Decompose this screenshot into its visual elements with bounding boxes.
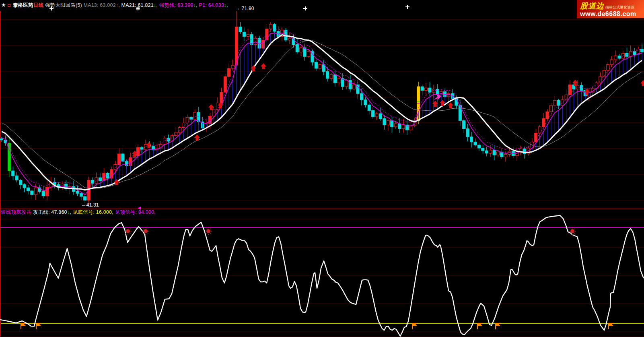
- banner-brand-row: 股道边指标公式量化资源: [580, 1, 642, 11]
- chart-canvas[interactable]: ←71.90←41.31: [0, 0, 644, 337]
- chart-header: ★◘泰格医药日线 强势大阳回马(5) MA13: 63.002↑, MA21: …: [0, 0, 228, 10]
- text-segment: 见顶信号: 84.000,: [115, 209, 156, 215]
- text-segment: P1: 64.033: [199, 2, 224, 8]
- text-segment: 攻击线: 47.860: [33, 209, 67, 215]
- text-segment: ,: [118, 2, 121, 8]
- oscillator-line: [0, 215, 644, 336]
- text-segment: 日线: [33, 2, 43, 8]
- text-segment: 泰格医药: [13, 2, 33, 8]
- text-segment: 强势大阳回马(5): [43, 2, 83, 8]
- oscillator-panel[interactable]: [0, 215, 644, 336]
- brand-logo-text: 股道边: [580, 2, 604, 10]
- text-segment: 短线顶底攻击: [1, 209, 33, 215]
- favorite-star-icon[interactable]: ★: [1, 2, 6, 8]
- app-logo-icon[interactable]: ◘: [8, 2, 10, 8]
- text-segment: 强势线: 63.399: [159, 2, 193, 8]
- svg-text:←71.90: ←71.90: [237, 6, 254, 11]
- trend-hatch-fill: [62, 33, 642, 188]
- text-segment: MA21: 61.821: [121, 2, 154, 8]
- candlestick-panel[interactable]: [0, 11, 644, 206]
- indicator-values-row: 泰格医药日线 强势大阳回马(5) MA13: 63.002↑, MA21: 61…: [13, 2, 228, 8]
- text-segment: MA13: 63.002: [84, 2, 116, 8]
- svg-text:←41.31: ←41.31: [81, 202, 99, 208]
- text-segment: ,: [70, 209, 72, 215]
- grid-lines: [0, 11, 644, 337]
- text-segment: ,: [156, 2, 159, 8]
- ad-banner[interactable]: 股道边指标公式量化资源 www.de6688.com: [577, 0, 644, 18]
- brand-tagline: 指标公式量化资源: [605, 5, 634, 9]
- text-segment: 见底信号: 16.000,: [73, 209, 115, 215]
- sub-indicator-header: 短线顶底攻击 攻击线: 47.860↓, 见底信号: 16.000, 见顶信号:…: [1, 209, 156, 216]
- bottom-signal-flag-icons: [21, 323, 614, 329]
- text-segment: ,: [226, 2, 228, 8]
- brand-url[interactable]: www.de6688.com: [580, 10, 642, 18]
- app-window: ←71.90←41.31 ★◘泰格医药日线 强势大阳回马(5) MA13: 63…: [0, 0, 644, 337]
